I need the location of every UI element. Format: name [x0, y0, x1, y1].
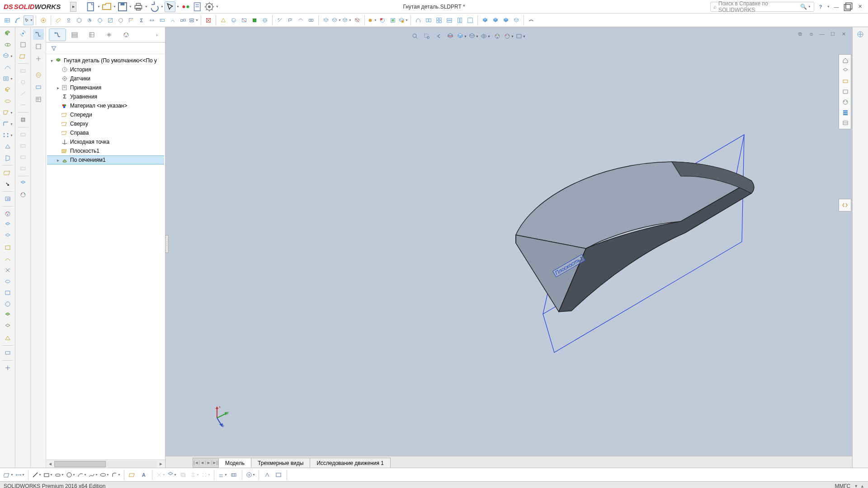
help-button[interactable]: ?: [815, 1, 826, 12]
ribbon-icon[interactable]: ▼: [189, 15, 198, 25]
hide-show-icon[interactable]: ▼: [480, 31, 491, 42]
new-file-button[interactable]: [85, 1, 96, 12]
ribbon-icon[interactable]: [413, 15, 423, 25]
ribbon-icon[interactable]: [285, 15, 295, 25]
vp-expand-button[interactable]: ⧈: [806, 30, 816, 38]
dropdown-icon[interactable]: ▼: [145, 5, 148, 8]
fillet-sketch-icon[interactable]: ▼: [111, 470, 121, 480]
offset-icon[interactable]: [178, 470, 188, 480]
feature-icon[interactable]: [2, 277, 14, 286]
ribbon-icon[interactable]: [157, 15, 167, 25]
ribbon-icon[interactable]: [203, 15, 213, 25]
ribbon-icon[interactable]: [250, 15, 259, 25]
section-props-icon[interactable]: [74, 15, 84, 25]
feature-icon[interactable]: [2, 333, 14, 343]
vp-maximize-button[interactable]: ☐: [828, 30, 838, 38]
zoom-fit-icon[interactable]: [410, 31, 420, 42]
vp-close-button[interactable]: ✕: [839, 30, 849, 38]
tab-nav[interactable]: |◄◄►►|: [193, 458, 219, 468]
feature-icon[interactable]: [2, 363, 14, 373]
feature-icon[interactable]: [2, 299, 14, 309]
ribbon-icon[interactable]: [229, 15, 239, 25]
relation-icon[interactable]: ▼: [217, 470, 227, 480]
ribbon-icon[interactable]: [388, 15, 398, 25]
tree-item[interactable]: Исходная точка: [47, 137, 164, 146]
toggle-flyout[interactable]: [839, 199, 851, 211]
ribbon-icon[interactable]: [444, 15, 454, 25]
config-icon[interactable]: [17, 66, 29, 76]
close-button[interactable]: ✕: [854, 1, 865, 12]
vp-minimize-button[interactable]: —: [817, 30, 827, 38]
tree-item[interactable]: Спереди: [47, 110, 164, 119]
ribbon-icon[interactable]: [306, 15, 316, 25]
smart-dim-icon[interactable]: ▼: [15, 470, 25, 480]
instant3d-icon[interactable]: 3D: [2, 194, 14, 204]
display-style-icon[interactable]: ▼: [468, 31, 479, 42]
feature-tree[interactable]: ▾ Гнутая деталь (По умолчанию<<По у Исто…: [46, 54, 165, 460]
config-icon[interactable]: [17, 89, 29, 99]
dropdown-icon[interactable]: ▼: [216, 5, 219, 8]
tree-item[interactable]: Справа: [47, 128, 164, 137]
ribbon-icon[interactable]: [275, 15, 285, 25]
panel-view-tab[interactable]: [66, 28, 83, 41]
minimize-button[interactable]: —: [831, 1, 842, 12]
config-icon[interactable]: [17, 141, 29, 151]
ribbon-icon[interactable]: [321, 15, 331, 25]
config-icon[interactable]: [17, 40, 29, 50]
ribbon-icon[interactable]: [455, 15, 465, 25]
tree-item[interactable]: ▸Примечания: [47, 83, 164, 92]
quick-snap-icon[interactable]: ▼: [245, 470, 255, 480]
property-manager-tab[interactable]: [33, 41, 44, 52]
edit-appearance-icon[interactable]: [492, 31, 503, 42]
taskpane-tab[interactable]: [854, 29, 866, 40]
ribbon-icon[interactable]: [168, 15, 178, 25]
plane-sketch-icon[interactable]: [127, 470, 137, 480]
ribbon-icon[interactable]: [526, 15, 536, 25]
tab-motion-study[interactable]: Исследование движения 1: [310, 458, 391, 468]
convert-icon[interactable]: ▼: [167, 470, 177, 480]
ribbon-icon[interactable]: [178, 15, 188, 25]
select-button[interactable]: [165, 1, 175, 12]
ribbon-icon[interactable]: [465, 15, 475, 25]
tree-item[interactable]: Датчики: [47, 74, 164, 83]
ribbon-icon[interactable]: [501, 15, 511, 25]
config-icon[interactable]: [17, 115, 29, 125]
dropdown-icon[interactable]: ▼: [176, 5, 179, 8]
view-icon[interactable]: [840, 97, 851, 107]
config-icon[interactable]: [17, 28, 29, 38]
panel-tab[interactable]: [33, 94, 44, 105]
dropdown-icon[interactable]: ▼: [97, 5, 100, 8]
feature-icon[interactable]: [2, 288, 14, 298]
previous-view-icon[interactable]: [433, 31, 444, 42]
text-icon[interactable]: A: [139, 470, 149, 480]
feature-icon[interactable]: [2, 62, 14, 72]
tree-item[interactable]: ▸По сечениям1: [47, 155, 164, 164]
ribbon-icon[interactable]: [511, 15, 521, 25]
ribbon-icon[interactable]: [239, 15, 249, 25]
panel-view-tab[interactable]: [83, 28, 100, 41]
ribbon-icon[interactable]: ▼: [331, 15, 341, 25]
ribbon-icon[interactable]: [116, 15, 126, 25]
vp-collapse-button[interactable]: ⧉: [795, 30, 805, 38]
feature-icon[interactable]: [2, 96, 14, 106]
config-icon[interactable]: [17, 164, 29, 174]
curves-icon[interactable]: ↘: [2, 179, 14, 189]
feature-icon[interactable]: ▼: [2, 108, 14, 117]
view-icon[interactable]: [840, 118, 851, 128]
feature-icon[interactable]: [2, 254, 14, 264]
panel-tab[interactable]: [33, 70, 44, 80]
tree-item[interactable]: ΣУравнения: [47, 92, 164, 101]
tab-3d-views[interactable]: Трехмерные виды: [251, 458, 310, 468]
config-icon[interactable]: [17, 190, 29, 200]
ribbon-icon[interactable]: ▼: [24, 15, 33, 25]
search-go-icon[interactable]: 🔍: [800, 4, 807, 10]
ribbon-icon[interactable]: [126, 15, 136, 25]
arc-icon[interactable]: ▼: [77, 470, 87, 480]
panel-view-tab[interactable]: [100, 28, 118, 41]
tree-item[interactable]: Материал <не указан>: [47, 101, 164, 110]
line-icon[interactable]: ▼: [32, 470, 42, 480]
config-icon[interactable]: [17, 152, 29, 162]
circle-icon[interactable]: ▼: [66, 470, 75, 480]
view-orientation-icon[interactable]: ▼: [457, 31, 467, 42]
graphics-viewport[interactable]: ··· ▼ ▼ ▼ ▼ ▼ ⧉ ⧈ — ☐ ✕: [165, 27, 853, 468]
